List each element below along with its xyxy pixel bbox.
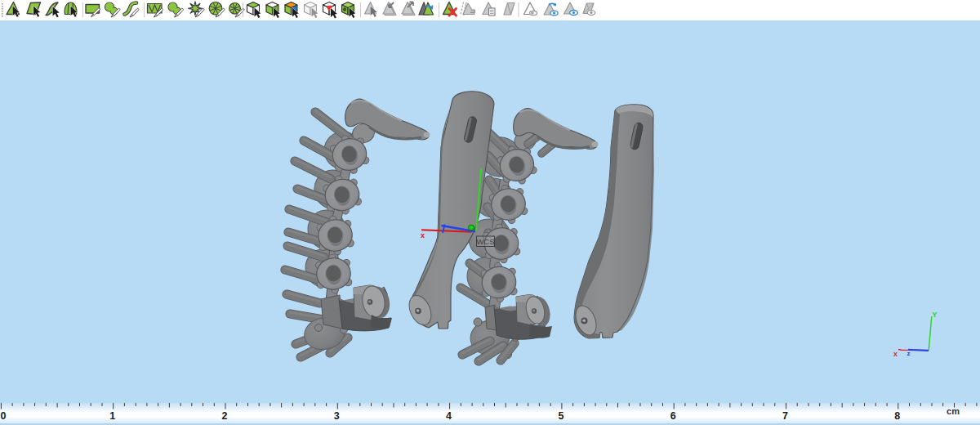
svg-text:1: 1 [109, 410, 115, 422]
svg-text:x: x [421, 231, 425, 239]
svg-text:6: 6 [670, 410, 676, 422]
svg-text:7: 7 [782, 410, 788, 422]
svg-text:5: 5 [558, 410, 564, 422]
svg-text:Y: Y [932, 310, 938, 319]
svg-text:z: z [907, 350, 911, 357]
svg-text:cm: cm [947, 406, 960, 416]
svg-text:3: 3 [334, 410, 340, 422]
svg-text:8: 8 [894, 410, 900, 422]
svg-text:0: 0 [0, 410, 6, 422]
svg-text:4: 4 [446, 410, 452, 422]
svg-text:2: 2 [222, 410, 228, 422]
svg-text:WCS: WCS [476, 237, 494, 246]
svg-text:x: x [893, 350, 898, 358]
